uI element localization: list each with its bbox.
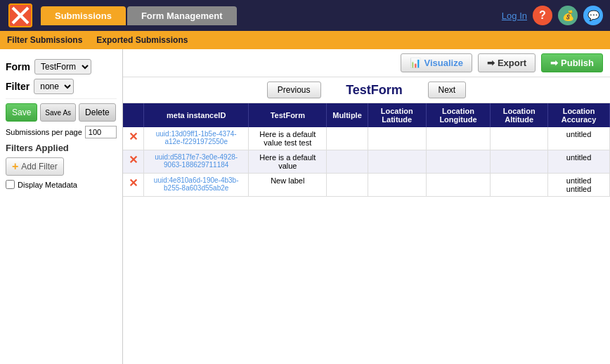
display-metadata-checkbox-row[interactable]: Display Metadata <box>6 180 117 189</box>
cell-accuracy: untitled <box>548 150 610 174</box>
cell-multiple <box>327 127 368 150</box>
display-metadata-checkbox[interactable] <box>6 180 15 189</box>
cell-accuracy: untitled untitled <box>548 174 610 197</box>
col-testform: TestForm <box>249 103 327 127</box>
publish-button[interactable]: ➡ Publish <box>541 53 603 72</box>
table-row: ✕uuid:d5817fe7-3e0e-4928-9063-1886297111… <box>123 150 610 174</box>
tab-submissions[interactable]: Submissions <box>41 6 126 25</box>
cell-testform: Here is a default value <box>249 150 327 174</box>
visualize-button[interactable]: 📊 Visualize <box>401 53 472 72</box>
money-icon[interactable]: 💰 <box>558 6 578 25</box>
help-icon[interactable]: ? <box>533 6 552 25</box>
table-row: ✕uuid:4e810a6d-190e-4b3b-b255-8a603d55ab… <box>123 174 610 197</box>
tab-form-management[interactable]: Form Management <box>127 6 237 25</box>
filter-label: Filter <box>6 81 30 92</box>
cell-instanceid[interactable]: uuid:4e810a6d-190e-4b3b-b255-8a603d55ab2… <box>144 174 249 197</box>
nav-tabs: Submissions Form Management <box>41 6 237 25</box>
publish-arrow-icon: ➡ <box>550 58 558 68</box>
add-filter-plus-icon: + <box>12 160 18 173</box>
cell-multiple <box>327 174 368 197</box>
cell-longitude <box>426 150 491 174</box>
cell-latitude <box>368 174 426 197</box>
form-select[interactable]: TestForm <box>34 59 91 74</box>
delete-row-button[interactable]: ✕ <box>129 176 138 190</box>
form-filter-bar: Form TestForm Filter none <box>6 55 117 99</box>
cell-altitude <box>491 174 548 197</box>
spp-label: Submissions per page <box>6 128 82 136</box>
cell-latitude <box>368 127 426 150</box>
cell-testform: Here is a default value test test <box>249 127 327 150</box>
logo <box>7 2 34 29</box>
cell-instanceid[interactable]: uuid:13d09ff1-1b5e-4374-a12e-f2291972550… <box>144 127 249 150</box>
bar-chart-icon: 📊 <box>410 58 421 68</box>
delete-row-button[interactable]: ✕ <box>129 130 138 143</box>
info-icon[interactable]: 💬 <box>583 6 603 25</box>
nav-row: Previous TestForm Next <box>123 77 610 103</box>
cell-longitude <box>426 174 491 197</box>
cell-multiple <box>327 150 368 174</box>
col-multiple: Multiple <box>327 103 368 127</box>
table-row: ✕uuid:13d09ff1-1b5e-4374-a12e-f229197255… <box>123 127 610 150</box>
filter-select[interactable]: none <box>34 79 74 94</box>
exported-submissions-link[interactable]: Exported Submissions <box>96 35 188 45</box>
cell-accuracy: untitled <box>548 127 610 150</box>
cell-longitude <box>426 127 491 150</box>
form-label: Form <box>6 61 30 72</box>
next-button[interactable]: Next <box>428 82 467 98</box>
cell-instanceid[interactable]: uuid:d5817fe7-3e0e-4928-9063-18862971118… <box>144 150 249 174</box>
export-button[interactable]: ➡ Export <box>478 53 536 72</box>
cell-latitude <box>368 150 426 174</box>
save-as-button[interactable]: Save As <box>40 103 76 122</box>
login-link[interactable]: Log In <box>502 11 527 21</box>
add-filter-button[interactable]: + Add Filter <box>6 157 64 176</box>
table-form-title: TestForm <box>332 83 417 98</box>
col-location-longitude: Location Longitude <box>426 103 491 127</box>
cell-altitude <box>491 150 548 174</box>
col-meta-instanceid: meta instanceID <box>144 103 249 127</box>
cell-testform: New label <box>249 174 327 197</box>
save-button[interactable]: Save <box>6 103 37 122</box>
previous-button[interactable]: Previous <box>267 82 321 98</box>
col-location-latitude: Location Latitude <box>368 103 426 127</box>
delete-row-button[interactable]: ✕ <box>129 153 138 167</box>
filters-applied-label: Filters Applied <box>6 143 117 153</box>
col-delete <box>123 103 144 127</box>
spp-input[interactable] <box>85 126 117 138</box>
delete-button[interactable]: Delete <box>79 103 116 122</box>
col-location-altitude: Location Altitude <box>491 103 548 127</box>
export-arrow-icon: ➡ <box>487 58 495 68</box>
cell-altitude <box>491 127 548 150</box>
col-location-accuracy: Location Accuracy <box>548 103 610 127</box>
filter-submissions-link[interactable]: Filter Submissions <box>7 35 82 45</box>
